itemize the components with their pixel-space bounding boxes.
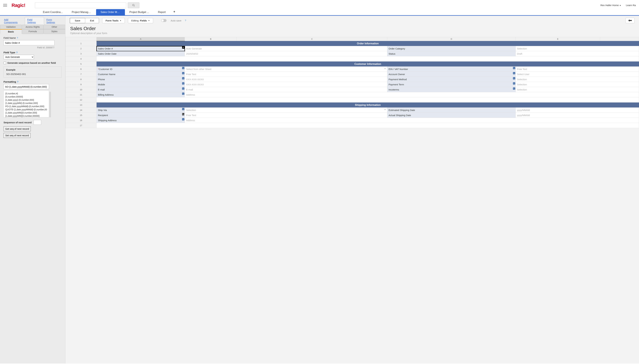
field-label-billing-address[interactable]: Billing AddressL [96,92,185,97]
field-value[interactable]: Free Text [185,72,387,77]
empty-cell[interactable] [96,123,639,128]
save-button[interactable]: Save [70,18,85,23]
add-tab-button[interactable]: + [170,8,178,15]
empty-cell[interactable] [96,56,639,62]
field-value[interactable]: Free Text [185,113,387,118]
field-value[interactable]: Select from other Sheet▼ [185,66,387,72]
row-header[interactable]: 9 [66,82,96,87]
help-icon[interactable]: ? [17,37,18,39]
field-value[interactable]: Selection▼ [185,108,387,113]
styles-tab[interactable]: Styles [44,29,65,34]
field-value[interactable]: yyyy/MM/dd [516,108,639,113]
field-label-mobile[interactable]: MobileL [96,82,185,87]
form-settings-tab[interactable]: Form Settings [44,17,64,25]
back-button[interactable] [626,18,634,23]
row-header[interactable]: 8 [66,77,96,82]
formatting-input[interactable] [4,84,49,89]
form-title[interactable]: Sales Order [70,26,634,31]
format-option[interactable]: {1,date,yyyy}-{0,number,000} [5,98,47,102]
field-label-incoterms[interactable]: IncotermsL [387,87,516,92]
tab-report[interactable]: Report [154,9,170,15]
scrollbar[interactable] [49,92,51,118]
tab-event[interactable]: Event Coordina... [38,9,67,15]
field-label-email[interactable]: E-mailL [96,87,185,92]
formula-tab[interactable]: Formula [22,29,44,34]
col-header-e[interactable]: E [516,37,600,41]
field-value[interactable]: Selection [516,82,639,87]
field-label-order-category[interactable]: Order Category [387,46,516,51]
tab-project-budget[interactable]: Project Budget ... [125,9,154,15]
field-label-sales-order-no[interactable]: Sales Order # [96,46,185,51]
row-header[interactable]: 15 [66,113,96,118]
help-icon[interactable]: ? [185,19,186,22]
row-header[interactable]: 1 [66,41,96,46]
user-home-link[interactable]: Rex Haller Home▼ [600,4,621,6]
field-value[interactable]: Selection [516,77,639,82]
col-header-a[interactable]: A [96,37,185,41]
form-tools-dropdown[interactable]: Form Tools▼ [102,18,124,23]
field-label-account-owner[interactable]: Account OwnerL [387,72,516,77]
field-label-sales-order-date[interactable]: Sales Order Date [96,51,185,56]
field-label-payment-method[interactable]: Payment MethodL [387,77,516,82]
field-type-select[interactable]: Auto Generate [4,55,34,59]
exit-button[interactable]: Exit [85,18,99,23]
validation-tab[interactable]: Validation [0,25,22,29]
col-header-c[interactable]: C [237,37,387,41]
row-header[interactable]: 6 [66,66,96,72]
field-value[interactable]: Draft [516,51,639,56]
field-label-payment-term[interactable]: Payment TermL [387,82,516,87]
field-value[interactable]: Auto Generate [185,46,387,51]
learn-link[interactable]: Learn Ra [626,4,636,6]
global-search-input[interactable] [35,2,126,8]
get-seq-button[interactable]: Get seq of next record [4,126,31,131]
help-icon[interactable]: ? [16,51,18,54]
row-header[interactable]: 11 [66,92,96,97]
auto-save-toggle[interactable] [161,19,166,22]
field-label-est-ship-date[interactable]: Estimated Shipping Date [387,108,516,113]
row-header[interactable]: 5 [66,62,96,66]
field-label-customer-name[interactable]: Customer NameL [96,72,185,77]
form-subtitle[interactable]: Optional description of your form [70,32,634,35]
generate-sequence-checkbox[interactable] [4,62,6,64]
format-option[interactable]: {1,date,yyyyMM}-{0,number,000} [5,102,47,105]
basic-tab[interactable]: Basic [0,29,22,34]
other-tab[interactable]: Other [44,25,65,29]
field-label-ein-vat[interactable]: EIN / VAT NumberL [387,66,516,72]
editing-mode-dropdown[interactable]: Editing Fields▼ [128,18,153,23]
field-value[interactable]: Address [185,118,639,123]
col-header-extra[interactable] [600,37,639,41]
field-value[interactable]: 2025/04/02 [185,51,387,56]
row-header[interactable]: 4 [66,56,96,62]
format-option[interactable]: QUOTE-{1,date,yyyyMMdd}-{0,number,00 [5,108,47,111]
field-value[interactable]: Address [185,92,639,97]
field-value[interactable]: yyyy/MM/dd [516,113,639,118]
field-value[interactable]: Selection [516,46,639,51]
row-header[interactable]: 17 [66,123,96,128]
add-components-tab[interactable]: Add Components [2,17,25,25]
col-header-d[interactable]: D [387,37,516,41]
field-label-status[interactable]: Status [387,51,516,56]
section-shipping-info[interactable]: Shipping Information [96,102,639,108]
section-order-info[interactable]: Order Information [96,41,639,46]
row-header[interactable]: 14 [66,108,96,113]
field-name-input[interactable] [4,40,54,45]
row-header[interactable]: 2 [66,46,96,51]
field-label-actual-ship-date[interactable]: Actual Shipping Date [387,113,516,118]
field-label-customer-id[interactable]: *Customer IDL [96,66,185,72]
row-header[interactable]: 16 [66,118,96,123]
field-label-recipient[interactable]: Recipientf(x) [96,113,185,118]
sequence-input[interactable] [34,120,41,125]
search-button[interactable] [128,2,139,8]
field-value[interactable]: Free Text [516,66,639,72]
row-header[interactable]: 12 [66,97,96,102]
row-header[interactable]: 13 [66,102,96,108]
access-rights-tab[interactable]: Access Rights [22,25,44,29]
format-option[interactable]: PO-{1,date,yyyyMMdd}-{0,number,000} [5,105,47,108]
section-customer-info[interactable]: Customer Information [96,62,639,66]
field-value[interactable]: XXX-XXX-XXXX [185,82,387,87]
format-options-list[interactable]: {0,number,#} {0,number,00000} {1,date,yy… [4,90,49,118]
empty-cell[interactable] [96,97,639,102]
format-option[interactable]: {0,number,00000} [5,95,47,98]
tab-project-mgmt[interactable]: Project Manage... [67,9,96,15]
format-option[interactable]: {1,date,yyyyMM}{0,number,000} [5,111,47,114]
